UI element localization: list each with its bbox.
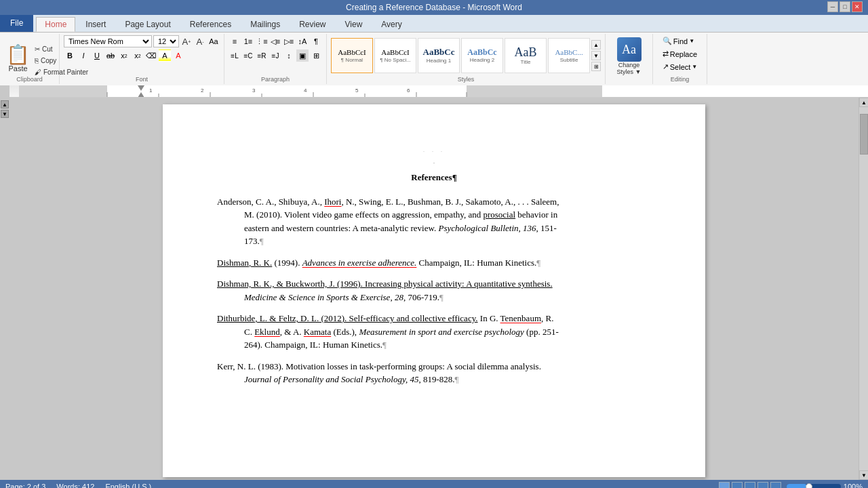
multilevel-list-button[interactable]: ⋮≡	[256, 35, 268, 47]
zoom-level: 100%	[844, 483, 863, 488]
right-scrollbar: ▲ ▼	[859, 98, 868, 480]
document-area: ▲ ▼ · · · · References¶ Anderson, C. A.,…	[0, 98, 868, 480]
grow-font-button[interactable]: A+	[180, 35, 193, 47]
change-styles-button[interactable]: Aa ChangeStyles ▼	[615, 35, 644, 77]
svg-text:3: 3	[252, 87, 256, 94]
font-color-button[interactable]: A	[172, 49, 184, 62]
decrease-indent-button[interactable]: ◁≡	[269, 35, 281, 47]
style-no-spacing[interactable]: AaBbCcI ¶ No Spaci...	[374, 38, 416, 73]
scroll-up-button[interactable]: ▲	[1, 100, 9, 108]
web-layout-view-button[interactable]	[745, 482, 755, 488]
draft-view-button[interactable]	[770, 482, 781, 488]
paste-icon: 📋	[6, 45, 30, 64]
shrink-font-button[interactable]: A-	[194, 35, 206, 47]
tab-references[interactable]: References	[181, 17, 240, 32]
replace-button[interactable]: ⇄ Replace	[660, 48, 701, 60]
svg-rect-0	[19, 85, 868, 97]
border-button[interactable]: ⊞	[310, 49, 322, 62]
ref-anderson-line1: Anderson, C. A., Shibuya, A., Ihori, N.,…	[217, 195, 651, 209]
font-group: Times New Rom 12 A+ A- Aa B I U ab x2 x2…	[60, 34, 224, 84]
fullscreen-view-button[interactable]	[732, 482, 743, 488]
font-size-select[interactable]: 12	[153, 35, 179, 47]
paragraph-group: ≡ 1≡ ⋮≡ ◁≡ ▷≡ ↕A ¶ ≡L ≡C ≡R ≡J ↕ ▣ ⊞ Par…	[224, 34, 327, 84]
align-right-button[interactable]: ≡R	[256, 49, 268, 62]
tab-insert[interactable]: Insert	[77, 17, 115, 32]
ribbon-content: 📋 Paste ✂ Cut ⎘ Copy 🖌 Format Painter Cl…	[0, 33, 868, 85]
change-styles-group: Aa ChangeStyles ▼	[606, 34, 653, 84]
find-icon: 🔍	[663, 37, 672, 45]
underline-button[interactable]: U	[91, 49, 103, 62]
superscript-button[interactable]: x2	[132, 49, 144, 62]
align-left-button[interactable]: ≡L	[229, 49, 241, 62]
paste-label: Paste	[8, 64, 27, 73]
styles-scroll-down[interactable]: ▼	[591, 51, 601, 60]
ref-anderson-line4: 173.¶	[217, 235, 651, 248]
scroll-track	[859, 107, 868, 470]
print-layout-view-button[interactable]	[719, 482, 730, 488]
svg-text:4: 4	[304, 87, 307, 94]
ref-anderson-line2: M. (2010). Violent video game effects on…	[217, 208, 651, 222]
paragraph-label: Paragraph	[224, 75, 326, 83]
find-button[interactable]: 🔍 Find ▼	[660, 35, 701, 47]
scroll-down-arrow[interactable]: ▼	[859, 470, 868, 480]
paste-button[interactable]: 📋 Paste	[4, 43, 32, 75]
ref-dithurbide: Dithurbide, L. & Feltz, D. L. (2012). Se…	[217, 312, 651, 352]
close-button[interactable]: ✕	[852, 1, 863, 12]
svg-text:6: 6	[407, 87, 410, 94]
numbering-button[interactable]: 1≡	[242, 35, 254, 47]
cut-icon: ✂	[35, 45, 40, 53]
style-heading2[interactable]: AaBbCc Heading 2	[461, 38, 503, 73]
align-center-button[interactable]: ≡C	[242, 49, 254, 62]
references-title[interactable]: References¶	[217, 171, 651, 184]
shading-button[interactable]: ▣	[296, 49, 309, 62]
view-buttons	[719, 482, 781, 488]
italic-button[interactable]: I	[77, 49, 90, 62]
style-heading1[interactable]: AaBbCc Heading 1	[418, 38, 460, 73]
change-case-button[interactable]: Aa	[208, 35, 220, 47]
ruler-inner: 1 2 3 4 5 6	[19, 85, 868, 97]
document-scroll-area[interactable]: · · · · References¶ Anderson, C. A., Shi…	[9, 98, 859, 480]
styles-expand[interactable]: ⊞	[591, 62, 601, 71]
tab-view[interactable]: View	[336, 17, 372, 32]
zoom-slider-thumb[interactable]	[806, 483, 812, 488]
styles-scroll-up[interactable]: ▲	[591, 40, 601, 49]
line-spacing-button[interactable]: ↕	[283, 49, 295, 62]
show-hide-button[interactable]: ¶	[310, 35, 322, 47]
zoom-slider[interactable]	[787, 484, 841, 488]
style-subtitle[interactable]: AaBbC... Subtitle	[548, 38, 590, 73]
tab-mailings[interactable]: Mailings	[241, 17, 289, 32]
tab-avery[interactable]: Avery	[372, 17, 410, 32]
scroll-down-button[interactable]: ▼	[1, 110, 9, 118]
style-title[interactable]: AaB Title	[505, 38, 547, 73]
font-name-select[interactable]: Times New Rom	[64, 35, 152, 47]
ref-anderson: Anderson, C. A., Shibuya, A., Ihori, N.,…	[217, 195, 651, 248]
justify-button[interactable]: ≡J	[269, 49, 281, 62]
page-count: Page: 2 of 3	[5, 483, 45, 488]
outline-view-button[interactable]	[757, 482, 768, 488]
status-bar: Page: 2 of 3 Words: 412 English (U.S.) 1…	[0, 480, 868, 488]
bold-button[interactable]: B	[64, 49, 76, 62]
tab-home[interactable]: Home	[36, 17, 75, 32]
bullets-button[interactable]: ≡	[229, 35, 241, 47]
styles-scroll-buttons[interactable]: ▲ ▼ ⊞	[591, 40, 601, 71]
text-highlight-button[interactable]: A	[159, 49, 171, 62]
scroll-up-arrow[interactable]: ▲	[859, 98, 868, 107]
tab-file[interactable]: File	[0, 14, 33, 32]
ref-dishman-1994: Dishman, R. K. (1994). Advances in exerc…	[217, 256, 651, 270]
styles-group: AaBbCcI ¶ Normal AaBbCcI ¶ No Spaci... A…	[327, 34, 606, 84]
style-normal[interactable]: AaBbCcI ¶ Normal	[331, 38, 373, 73]
zoom-controls: 100%	[787, 483, 863, 488]
increase-indent-button[interactable]: ▷≡	[283, 35, 295, 47]
scroll-thumb[interactable]	[860, 114, 868, 155]
replace-icon: ⇄	[663, 49, 669, 58]
restore-button[interactable]: □	[840, 1, 850, 12]
strikethrough-button[interactable]: ab	[104, 49, 117, 62]
sort-button[interactable]: ↕A	[296, 35, 309, 47]
select-button[interactable]: ↗ Select ▼	[660, 61, 701, 73]
minimize-button[interactable]: ─	[827, 1, 838, 12]
tab-review[interactable]: Review	[290, 17, 334, 32]
subscript-button[interactable]: x2	[118, 49, 130, 62]
clear-formatting-button[interactable]: ⌫	[145, 49, 157, 62]
ref-kerr: Kerr, N. L. (1983). Motivation losses in…	[217, 360, 651, 386]
tab-page-layout[interactable]: Page Layout	[116, 17, 179, 32]
